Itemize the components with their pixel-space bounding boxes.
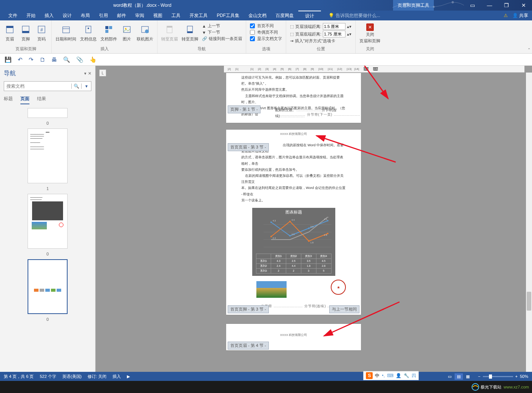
ribbon-display-options-icon[interactable]: ▭ <box>464 0 481 11</box>
minimize-icon[interactable]: — <box>481 0 498 11</box>
tab-baidu[interactable]: 百度网盘 <box>271 11 298 21</box>
read-mode-icon[interactable]: ▭ <box>446 373 454 380</box>
search-icon[interactable]: 🔍 <box>71 84 81 89</box>
track-changes-indicator[interactable]: 修订: 关闭 <box>88 374 106 379</box>
save-icon[interactable]: 💾 <box>5 56 12 63</box>
print-layout-icon[interactable]: ▤ <box>455 373 463 380</box>
tab-insert[interactable]: 插入 <box>40 11 58 21</box>
close-x-icon: ✕ <box>366 23 374 31</box>
thumbnail-page-0[interactable] <box>28 108 68 118</box>
goto-footer-button[interactable]: 转至页脚 <box>180 23 200 43</box>
zoom-out-icon[interactable]: − <box>478 374 480 379</box>
language-indicator[interactable]: 英语(美国) <box>62 374 82 379</box>
tab-view[interactable]: 视图 <box>149 11 167 21</box>
tab-references[interactable]: 引用 <box>94 11 113 21</box>
search-dropdown-icon[interactable]: ▾ <box>81 84 91 89</box>
nav-tab-results[interactable]: 结果 <box>37 96 46 104</box>
header-margin-icon: ⬚ <box>290 24 294 29</box>
tab-kingsoft[interactable]: 金山文档 <box>244 11 271 21</box>
tab-pdf[interactable]: PDF工具集 <box>212 11 244 21</box>
page-section-3[interactable]: XXXX 科技有限公司 首页页眉 - 第 3 节 - 出现的新按钮在 Word … <box>226 129 361 315</box>
close-header-footer-button[interactable]: ✕ 关闭 页眉和页脚 <box>358 23 382 45</box>
word-count[interactable]: 522 个字 <box>40 374 56 379</box>
zoom-in-icon[interactable]: + <box>515 374 518 379</box>
spinner-icon[interactable]: ▴▾ <box>347 32 352 37</box>
nav-search-box[interactable]: 🔍 ▾ <box>4 81 91 91</box>
different-odd-even-checkbox[interactable]: 奇偶页不同 <box>248 29 284 36</box>
ime-skin-icon[interactable]: 四 <box>412 373 416 379</box>
picture-button[interactable]: 图片 <box>119 23 134 43</box>
touch-mode-icon[interactable]: 👆 <box>89 56 97 63</box>
new-doc-icon[interactable]: 🗋 <box>40 56 45 63</box>
redo-icon[interactable]: ↷ <box>29 56 34 63</box>
thumbnail-page-1[interactable]: ■■■■ ━━━━━━━━━━━━━━━━━━━━━━━━━━━━━━━━━━━… <box>28 128 68 183</box>
warning-icon[interactable]: ⚠ <box>504 13 508 18</box>
share-button[interactable]: 👤 共享 <box>512 12 528 19</box>
header-from-top[interactable]: ⬚页眉顶端距离:▴▾ <box>288 23 353 30</box>
stamp-icon <box>331 280 346 295</box>
footer-button[interactable]: 页脚 <box>18 23 33 43</box>
web-layout-icon[interactable]: ▦ <box>464 373 472 380</box>
nav-tab-headings[interactable]: 标题 <box>4 96 13 104</box>
tab-file[interactable]: 文件 <box>4 11 22 21</box>
tab-design[interactable]: 设计 <box>58 11 76 21</box>
page-section-4-top[interactable]: XXXX 科技有限公司 首页页眉 - 第 4 节 - <box>226 323 361 351</box>
page-number-button[interactable]: #页码 <box>34 23 49 43</box>
prev-section-button[interactable]: ▲上一节 <box>200 23 244 29</box>
page-section-1-bottom[interactable]: 这些设计可互为补充。例如，您可以添加匹配的封面、页眉和提要栏。单击"插入"， 然… <box>226 73 361 123</box>
zoom-slider[interactable] <box>483 376 513 377</box>
print-preview-icon[interactable]: 🖶 <box>51 56 57 63</box>
vertical-scrollbar[interactable] <box>526 73 532 381</box>
tab-hf-design[interactable]: 设计 <box>298 11 321 21</box>
tab-home[interactable]: 开始 <box>22 11 40 21</box>
restore-icon[interactable]: ❐ <box>498 0 515 11</box>
different-first-page-checkbox[interactable]: 首页不同 <box>248 23 284 29</box>
ribbon: 页眉 页脚 #页码 页眉和页脚 日期和时间 文档信息 文档部件 图片 联机图片 … <box>0 20 532 54</box>
collapse-ribbon-icon[interactable]: ⌃ <box>527 48 530 52</box>
nav-tab-pages[interactable]: 页面 <box>20 96 29 104</box>
tab-review[interactable]: 审阅 <box>131 11 149 21</box>
nav-search-input[interactable] <box>4 84 71 89</box>
horizontal-ruler[interactable]: |2||1| |1||2| |3||4| |5||6| |7||8| |9||1… <box>224 66 524 73</box>
ime-keyboard-icon[interactable]: ⌨ <box>387 373 393 378</box>
nav-tabs: 标题 页面 结果 <box>4 96 91 104</box>
thumbnail-page-2[interactable]: ━━━━━━━━━━━━━━━━━━━━━━━━━━━━━━━ <box>28 194 68 249</box>
ime-mode[interactable]: 中 <box>375 373 379 379</box>
next-section-button[interactable]: ▼下一节 <box>200 29 244 36</box>
zoom-controls: − + 50% <box>478 374 528 379</box>
online-picture-button[interactable]: 联机图片 <box>135 23 155 43</box>
tab-developer[interactable]: 开发工具 <box>185 11 212 21</box>
docinfo-button[interactable]: 文档信息 <box>79 23 98 43</box>
spinner-icon[interactable]: ▴▾ <box>347 24 352 29</box>
header-button[interactable]: 页眉 <box>2 23 17 43</box>
nav-close-icon[interactable]: ✕ <box>88 71 91 76</box>
ime-settings-icon[interactable]: 👤 <box>396 373 401 378</box>
page-indicator[interactable]: 第 4 页，共 6 页 <box>4 374 34 379</box>
tab-tools[interactable]: 工具 <box>167 11 185 21</box>
insert-alignment-tab-button[interactable]: ⇥插入"对齐方式"选项卡 <box>288 38 353 44</box>
macro-record-icon[interactable]: ▶ <box>127 374 130 379</box>
link-to-previous-button[interactable]: 🔗链接到前一条页眉 <box>200 36 244 42</box>
docparts-button[interactable]: 文档部件 <box>99 23 119 43</box>
nav-dropdown-icon[interactable]: ▾ <box>84 71 86 76</box>
show-document-text-checkbox[interactable]: 显示文档文字 <box>248 36 284 42</box>
sogou-icon[interactable]: S <box>366 372 373 379</box>
zoom-level[interactable]: 50% <box>520 374 528 379</box>
insert-mode-indicator[interactable]: 插入 <box>113 374 121 379</box>
zoom-icon[interactable]: 🔍 <box>63 56 70 63</box>
scrollbar-thumb[interactable] <box>527 292 531 311</box>
ime-tool-icon[interactable]: 🔧 <box>404 373 409 378</box>
header-tag-section-4: 首页页眉 - 第 4 节 - <box>228 342 269 350</box>
ime-punct-icon[interactable]: •, <box>382 373 385 378</box>
footer-from-bottom[interactable]: ⬚页眉底端距离:▴▾ <box>288 30 353 38</box>
footer-bottom-input[interactable] <box>323 31 345 37</box>
datetime-button[interactable]: 日期和时间 <box>54 23 78 43</box>
close-icon[interactable]: ✕ <box>515 0 532 11</box>
undo-icon[interactable]: ↶ <box>18 56 23 63</box>
attach-icon[interactable]: 📎 <box>76 56 83 63</box>
tab-layout[interactable]: 布局 <box>76 11 94 21</box>
tell-me-search[interactable]: 💡 告诉我您想要做什么... <box>328 12 380 19</box>
thumbnail-page-3[interactable] <box>28 259 68 314</box>
header-top-input[interactable] <box>323 23 345 30</box>
tab-mailings[interactable]: 邮件 <box>113 11 131 21</box>
